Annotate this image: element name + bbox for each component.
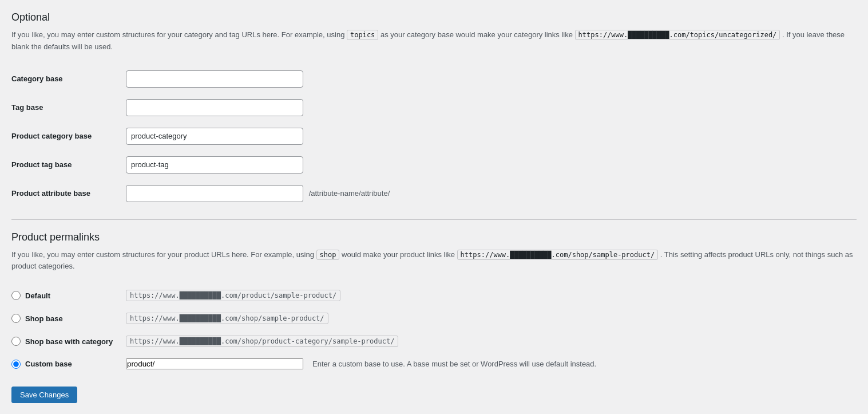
product-category-base-label: Product category base [11,122,126,151]
category-base-row: Category base [11,65,857,93]
custom-base-radio-label[interactable]: Custom base [11,360,126,369]
product-permalinks-title: Product permalinks [11,231,857,243]
shop-base-category-radio-text: Shop base with category [25,337,113,346]
custom-base-radio-text: Custom base [25,360,72,368]
shop-base-category-radio-row: Shop base with category https://www.████… [11,330,857,353]
product-tag-base-label: Product tag base [11,151,126,179]
custom-base-radio-input[interactable] [11,360,21,369]
shop-base-radio-row: Shop base https://www.██████████.com/sho… [11,307,857,330]
shop-base-category-radio-input[interactable] [11,337,21,346]
tag-base-input[interactable] [126,99,303,116]
product-tag-base-input[interactable] [126,156,303,174]
product-category-base-input[interactable] [126,128,303,145]
optional-description: If you like, you may enter custom struct… [11,29,857,53]
category-base-label: Category base [11,65,126,93]
default-radio-row: Default https://www.██████████.com/produ… [11,284,857,307]
tag-base-row: Tag base [11,93,857,122]
product-permalinks-description: If you like, you may enter custom struct… [11,249,857,273]
shop-base-url-display: https://www.██████████.com/shop/sample-p… [126,313,328,324]
example-url-code: https://www.██████████.com/topics/uncate… [575,30,780,40]
shop-example-url: https://www.██████████.com/shop/sample-p… [457,250,659,260]
section-divider [11,219,857,220]
optional-fields-table: Category base Tag base Product category … [11,65,857,208]
product-category-base-row: Product category base [11,122,857,151]
default-url-display: https://www.██████████.com/product/sampl… [126,290,340,301]
optional-section-title: Optional [11,11,857,23]
shop-code: shop [316,250,340,260]
topics-code: topics [347,30,378,40]
default-radio-label[interactable]: Default [11,291,126,300]
save-changes-button[interactable]: Save Changes [11,387,77,403]
shop-base-radio-text: Shop base [25,314,63,323]
product-attribute-base-label: Product attribute base [11,179,126,208]
shop-base-radio-input[interactable] [11,314,21,323]
shop-base-category-radio-label[interactable]: Shop base with category [11,337,126,346]
shop-base-category-url-display: https://www.██████████.com/shop/product-… [126,336,398,347]
tag-base-label: Tag base [11,93,126,122]
custom-base-hint-text: Enter a custom base to use. A base must … [312,360,596,368]
attribute-suffix-text: /attribute-name/attribute/ [309,189,390,198]
default-radio-input[interactable] [11,291,21,300]
custom-base-radio-row: Custom base Enter a custom base to use. … [11,353,857,375]
product-attribute-base-row: Product attribute base /attribute-name/a… [11,179,857,208]
shop-base-radio-label[interactable]: Shop base [11,314,126,323]
product-tag-base-row: Product tag base [11,151,857,179]
category-base-input[interactable] [126,70,303,88]
custom-base-input[interactable] [126,358,303,369]
custom-base-input-row: Enter a custom base to use. A base must … [126,358,596,369]
default-radio-text: Default [25,291,50,300]
product-attribute-base-input[interactable] [126,185,303,202]
